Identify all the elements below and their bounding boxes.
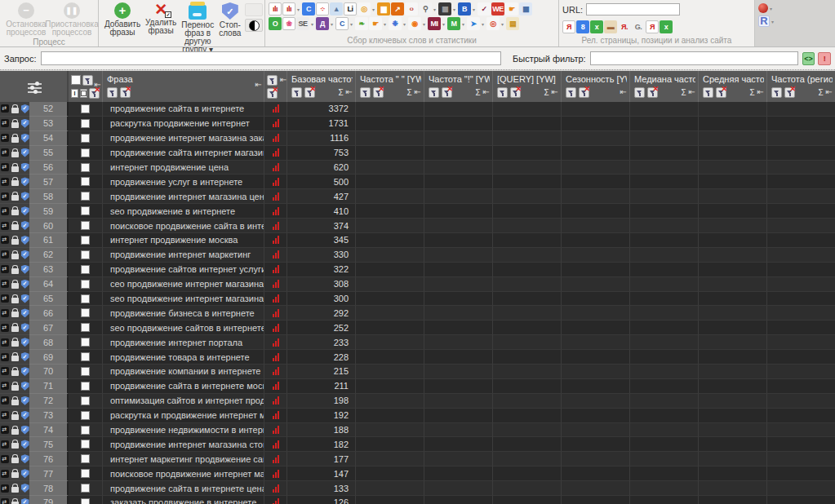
lock-icon[interactable] [11, 239, 19, 245]
pin-icon[interactable]: ⇤ [280, 76, 286, 84]
pin-icon[interactable]: ⇤ [620, 88, 627, 96]
move-row-icon[interactable]: ⇄ [1, 484, 9, 493]
row-checkbox[interactable] [81, 411, 90, 420]
lock-icon[interactable] [11, 224, 19, 230]
filter-clear-icon[interactable]: ✕ [716, 87, 726, 98]
phrase-cell[interactable]: продвижение интернет магазина цена [103, 189, 264, 204]
trend-cell[interactable] [264, 496, 287, 504]
row-checkbox[interactable] [81, 454, 90, 463]
trend-cell[interactable] [264, 437, 287, 452]
clear-selection-icon[interactable] [80, 89, 87, 98]
header-column-сезонность-yw[interactable]: Сезонность [YW✕⇤ [562, 71, 630, 102]
excel-export-icon[interactable]: x [590, 20, 603, 33]
lock-icon[interactable] [11, 443, 19, 449]
move-row-icon[interactable]: ⇄ [1, 222, 9, 230]
row-checkbox[interactable] [81, 352, 90, 361]
shield-icon[interactable]: ✓ [21, 498, 29, 504]
move-row-icon[interactable]: ⇄ [1, 309, 9, 317]
phrase-cell[interactable]: продвижение услуг в интернете [103, 175, 264, 189]
phrase-cell[interactable]: продвижение интернет портала [103, 335, 264, 350]
trend-cell[interactable] [264, 321, 287, 335]
move-row-icon[interactable]: ⇄ [1, 338, 9, 347]
google-page-icon[interactable]: 8 [576, 20, 589, 33]
sum-icon[interactable]: Σ [406, 88, 411, 97]
sum-icon[interactable]: Σ [681, 88, 686, 97]
shield-icon[interactable]: ✓ [21, 192, 29, 201]
regex-filter-button[interactable]: <> [802, 52, 815, 65]
shield-icon[interactable]: ✓ [21, 134, 29, 143]
rating-service-icon[interactable]: ◎▾ [358, 2, 376, 15]
move-row-icon[interactable]: ⇄ [1, 236, 9, 244]
lock-icon[interactable] [11, 108, 19, 113]
stats-chart-icon[interactable]: ▆ [377, 2, 390, 15]
lock-icon[interactable] [11, 210, 19, 215]
trend-cell[interactable] [264, 233, 287, 248]
yandex-analysis-icon[interactable]: Я [646, 20, 659, 33]
trend-cell[interactable] [264, 277, 287, 292]
move-row-icon[interactable]: ⇄ [1, 426, 9, 434]
stop-processes-button[interactable]: − Остановка процессов [3, 2, 49, 38]
flower-service-icon[interactable]: ❀ [282, 17, 295, 30]
bing-icon[interactable]: B▾ [458, 2, 477, 15]
image-service-icon[interactable]: ▲ [330, 2, 343, 15]
header-column-базовая-частота[interactable]: Базовая частота✕Σ⇤ [287, 71, 356, 102]
trend-cell[interactable] [264, 263, 287, 277]
phrase-cell[interactable]: интернет продвижение москва [103, 233, 264, 248]
lock-icon[interactable] [11, 166, 19, 172]
phrase-cell[interactable]: оптимизация сайтов и интернет продвижени… [103, 394, 264, 409]
search-icon[interactable]: ⚲▾ [419, 2, 437, 15]
filter-icon[interactable] [566, 87, 576, 98]
phrase-cell[interactable]: продвижение интернет магазина заказать [103, 131, 264, 146]
chevron-down-icon[interactable]: ▾ [382, 21, 388, 27]
row-checkbox[interactable] [81, 338, 90, 347]
red-sphere-button[interactable]: ▾ [758, 3, 775, 13]
header-trend-cell[interactable]: ⇤ ✕ [264, 71, 287, 102]
phrase-cell[interactable]: продвижение сайта в интернете москва [103, 379, 264, 394]
filter-clear-icon[interactable]: ✕ [373, 87, 384, 98]
toolbox-icon[interactable]: ▤ [506, 17, 519, 30]
contrast-toggle-button[interactable] [245, 19, 263, 32]
lock-icon[interactable] [11, 370, 19, 376]
shield-icon[interactable]: ✓ [21, 119, 29, 128]
sum-icon[interactable]: Σ [749, 88, 754, 97]
phrase-cell[interactable]: раскрутка и продвижение интернет магазин… [103, 409, 264, 423]
trend-cell[interactable] [264, 292, 287, 307]
chevron-down-icon[interactable]: ▾ [500, 21, 505, 27]
shield-icon[interactable]: ✓ [21, 265, 29, 274]
shield-icon[interactable]: ✓ [21, 294, 29, 303]
chevron-down-icon[interactable]: ▾ [432, 7, 437, 12]
shield-icon[interactable]: ✓ [21, 411, 29, 420]
mail-service-icon[interactable]: ◉▾ [408, 17, 427, 30]
row-checkbox[interactable] [81, 119, 90, 128]
google-position-icon[interactable]: G. [632, 20, 645, 33]
shield-icon[interactable]: ✓ [21, 367, 29, 376]
chevron-down-icon[interactable]: ▾ [371, 7, 376, 12]
shield-icon[interactable]: ✓ [21, 148, 29, 157]
chevron-down-icon[interactable]: ▾ [309, 21, 315, 27]
trend-cell[interactable] [264, 409, 287, 423]
row-checkbox[interactable] [81, 163, 90, 172]
query-input[interactable] [41, 51, 502, 65]
alert-filter-button[interactable]: ! [818, 52, 831, 65]
phrase-cell[interactable]: продвижение сайта интернет магазина [103, 146, 264, 161]
move-row-icon[interactable]: ⇄ [1, 324, 9, 332]
row-checkbox[interactable] [81, 469, 90, 478]
shield-icon[interactable]: ✓ [21, 280, 29, 289]
row-checkbox[interactable] [81, 104, 90, 113]
direct-icon[interactable]: Д▾ [316, 17, 335, 30]
lock-icon[interactable] [11, 195, 19, 201]
shield-icon[interactable]: ✓ [21, 250, 29, 259]
feather-service-icon[interactable]: ❧ [355, 17, 368, 30]
row-checkbox[interactable] [81, 440, 90, 449]
phrase-cell[interactable]: поисковое продвижение сайта в интернете [103, 219, 264, 233]
google-adwords-icon[interactable]: C▾ [335, 17, 354, 30]
chevron-down-icon[interactable]: ▾ [295, 7, 301, 12]
serp-icon[interactable]: SE▾ [296, 17, 315, 30]
shield-icon[interactable]: ✓ [21, 352, 29, 361]
move-row-icon[interactable]: ⇄ [1, 265, 9, 273]
trend-cell[interactable] [264, 117, 287, 131]
google-services-icon[interactable]: ⁘ [316, 2, 329, 15]
pin-icon[interactable]: ⇤ [689, 88, 695, 96]
shield-icon[interactable]: ✓ [21, 163, 29, 172]
pin-icon[interactable]: ⇤ [95, 81, 101, 89]
